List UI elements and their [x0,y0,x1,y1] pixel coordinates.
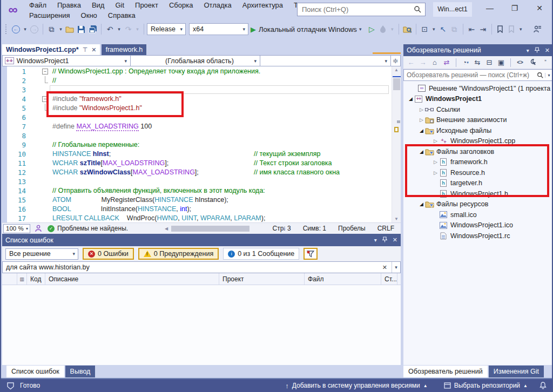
new-project-dropdown-icon[interactable]: ▾ [58,24,64,35]
close-button[interactable]: ✕ [527,0,552,16]
severity-column-header[interactable]: ▥ [17,273,27,285]
tree-item-small-ico[interactable]: small.ico [403,209,553,220]
window-menu-icon[interactable]: ▾ [374,237,377,243]
menu-item[interactable]: Вид [86,0,110,10]
tree-item--[interactable]: ▷Внешние зависимости [403,115,553,125]
pin-tab-icon[interactable]: ⊤ [83,46,88,53]
code-line[interactable]: 10HINSTANCE hInst;// текущий экземпляр [2,150,401,159]
code-line[interactable]: 2// [2,76,401,85]
window-dropdown-icon[interactable]: ▾ [431,24,437,35]
pending-changes-filter-icon[interactable]: ◔▾ [460,58,471,67]
code-line[interactable]: 13 [2,177,401,186]
editor-vertical-scrollbar[interactable]: ▲ ▼ [392,66,401,222]
spaces-indicator[interactable]: Пробелы [338,225,366,232]
tab-solution-explorer[interactable]: Обозреватель решений [403,366,488,377]
error-list-title-bar[interactable]: Список ошибок ▾ ✕ [2,234,401,246]
errors-filter-button[interactable]: ✕ 0 Ошибки [83,248,134,260]
column-header[interactable]: Описание [45,273,219,285]
properties-icon[interactable] [527,58,537,67]
navigate-back-icon[interactable]: ← [11,24,21,35]
scroll-up-icon[interactable]: ▲ [392,67,401,72]
go-to-definition-icon[interactable]: ↖ [438,24,448,35]
tree-item-windowsproject1-ico[interactable]: WindowsProject1.ico [403,220,553,231]
expander-closed-icon[interactable]: ▷ [433,138,439,144]
tree-item-windowsproject1-rc[interactable]: WindowsProject1.rc [403,231,553,241]
menu-item[interactable]: Архитектура [237,0,288,10]
tree-item--[interactable]: ▷Ссылки [403,104,553,114]
vertical-scroll-thumb[interactable] [393,78,400,90]
minimize-button[interactable]: — [477,0,502,16]
error-search-input[interactable] [3,263,378,272]
expander-closed-icon[interactable]: ▷ [419,107,424,112]
member-dropdown[interactable]: ▾ [260,55,391,66]
split-window-button[interactable]: ≑ [391,55,401,66]
eol-indicator[interactable]: CRLF [377,225,394,232]
column-header[interactable]: Ст... [381,273,397,285]
tab-output[interactable]: Вывод [65,366,96,377]
messages-filter-button[interactable]: i 0 из 1 Сообщение [223,248,299,260]
tree-item--[interactable]: ◢Файлы ресурсов [403,199,553,209]
filter-button[interactable] [304,248,318,260]
collapse-all-icon[interactable]: ⊟ [484,58,495,67]
solution-search-input[interactable] [404,71,537,79]
column-header[interactable]: Файл [305,273,381,285]
find-in-files-icon[interactable] [402,24,413,35]
clear-search-icon[interactable]: ✕ [378,264,392,271]
pin-icon[interactable] [382,236,387,244]
new-project-icon[interactable]: ⧉ [46,24,57,35]
bookmark-dropdown-icon[interactable]: ▾ [518,24,524,35]
code-line[interactable]: 17LRESULT CALLBACK WndProc(HWND, UINT, W… [2,214,401,222]
select-repository-button[interactable]: Выбрать репозиторий ▲ [444,382,528,389]
start-without-debugging-icon[interactable]: ▷ [367,24,377,35]
platform-combo[interactable]: x64▾ [189,23,248,35]
tab-framework-h[interactable]: framework.h [102,44,146,55]
undo-dropdown-icon[interactable]: ▾ [116,24,122,35]
menu-item[interactable]: Файл [24,0,52,10]
expander-open-icon[interactable]: ◢ [419,128,424,133]
toolbar-grip[interactable] [5,24,8,34]
toolbar-overflow-icon[interactable]: ” [540,58,551,67]
menu-item[interactable]: Сборка [164,0,199,10]
fold-collapse-icon[interactable]: − [42,69,48,75]
undo-icon[interactable]: ↶ [105,24,115,35]
column-header[interactable]: Проект [219,273,305,285]
column-header[interactable]: Код [27,273,45,285]
menu-item[interactable]: Справка [103,10,141,21]
menu-item[interactable]: Расширения [24,10,76,21]
navigate-back-dropdown-icon[interactable]: ▾ [22,24,28,35]
indent-decrease-icon[interactable]: ⇤ [467,24,477,35]
code-line[interactable]: 9// Глобальные переменные: [2,140,401,150]
toggle-bookmark-icon[interactable] [495,24,505,35]
warnings-filter-button[interactable]: 0 Предупреждения [138,248,219,260]
indent-increase-icon[interactable]: ⇥ [478,24,488,35]
code-line[interactable]: 15ATOM MyRegisterClass(HINSTANCE hInstan… [2,195,401,205]
window-menu-icon[interactable]: ▾ [527,48,529,53]
close-panel-icon[interactable]: ✕ [545,47,550,54]
tab-error-list[interactable]: Список ошибок [6,366,64,377]
horizontal-scroll-thumb[interactable] [171,226,249,232]
error-search-box[interactable]: ✕ ▾ [2,261,401,273]
scope-dropdown[interactable]: (Глобальная область) ▾ [131,55,260,66]
code-editor[interactable]: 1−// WindowsProject1.cpp : Определяет то… [2,66,401,222]
menu-item[interactable]: Отладка [198,0,237,10]
tree-item--windowsproject1-1-1-[interactable]: ∞Решение "WindowsProject1" (1 проекта 1) [403,83,553,93]
debug-target-dropdown-icon[interactable]: ▾ [358,24,363,35]
editor-horizontal-scrollbar[interactable]: ◀ ▶ [166,225,285,232]
solution-search-box[interactable]: ▾ [403,69,553,81]
code-line[interactable]: 7#define MAX_LOADSTRING 100 [2,122,401,131]
close-tab-icon[interactable]: ✕ [91,46,96,53]
tree-item-windowsproject1[interactable]: ◢++WindowsProject1 [403,94,553,104]
code-line[interactable]: 1−// WindowsProject1.cpp : Определяет то… [2,67,401,76]
start-debugging-button[interactable]: ▶ Локальный отладчик Windows ▾ [251,24,364,35]
home-icon[interactable]: ⌂ [429,58,440,67]
search-dropdown-icon[interactable]: ▾ [392,262,400,273]
expander-open-icon[interactable]: ◢ [419,201,424,207]
search-dropdown-icon[interactable]: ▾ [545,73,552,78]
zoom-combo[interactable]: 100 % ▾ [3,224,30,233]
code-line[interactable]: 12WCHAR szWindowClass[MAX_LOADSTRING];//… [2,168,401,177]
menu-item[interactable]: Проект [130,0,164,10]
pin-icon[interactable] [535,47,539,54]
solution-explorer-title-bar[interactable]: Обозреватель решений ▾ ✕ [403,44,553,56]
save-all-icon[interactable] [87,24,98,35]
show-all-files-icon[interactable]: ▣ [496,58,507,67]
